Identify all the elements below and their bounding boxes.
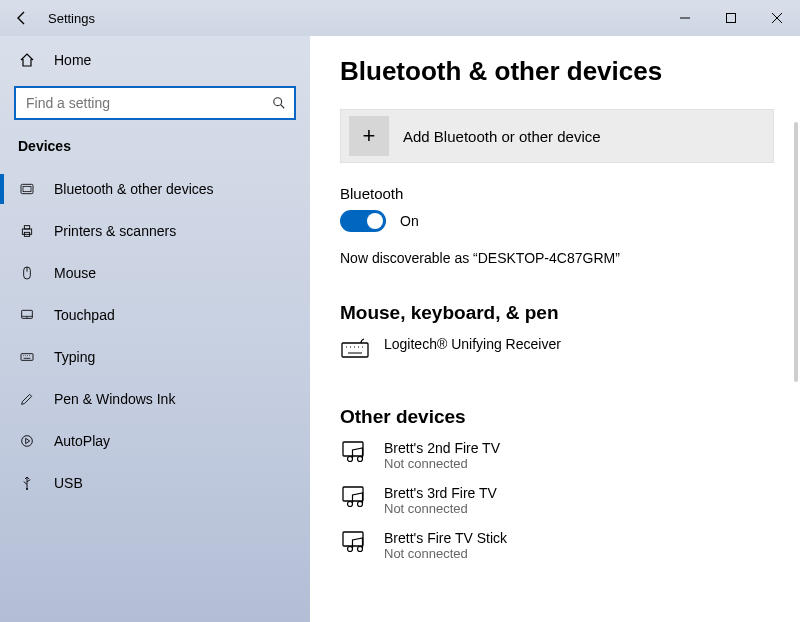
nav: Bluetooth & other devices Printers & sca… [0, 168, 310, 504]
usb-icon [18, 474, 36, 492]
svg-rect-9 [21, 354, 33, 361]
sidebar-item-label: Touchpad [54, 307, 115, 323]
search-icon [272, 96, 286, 110]
svg-point-1 [274, 98, 282, 106]
sidebar: Home Devices Bluetooth & other devices [0, 36, 310, 622]
keyboard-device-icon [340, 336, 370, 360]
add-device-label: Add Bluetooth or other device [403, 128, 601, 145]
bluetooth-toggle[interactable] [340, 210, 386, 232]
device-status: Not connected [384, 501, 497, 516]
section-other: Other devices [340, 406, 774, 428]
back-button[interactable] [0, 0, 44, 36]
svg-rect-12 [342, 343, 368, 357]
search-field[interactable] [26, 95, 272, 111]
svg-rect-3 [23, 186, 31, 191]
svg-point-20 [348, 547, 353, 552]
sidebar-item-label: AutoPlay [54, 433, 110, 449]
sidebar-item-usb[interactable]: USB [0, 462, 310, 504]
bluetooth-icon [18, 180, 36, 198]
keyboard-icon [18, 348, 36, 366]
media-device-icon [340, 440, 370, 464]
device-row[interactable]: Brett's 2nd Fire TV Not connected [340, 436, 774, 481]
maximize-button[interactable] [708, 0, 754, 36]
device-status: Not connected [384, 546, 507, 561]
bluetooth-state: On [400, 213, 419, 229]
main-panel: Bluetooth & other devices + Add Bluetoot… [310, 36, 800, 622]
sidebar-item-label: Typing [54, 349, 95, 365]
sidebar-item-label: Pen & Windows Ink [54, 391, 175, 407]
minimize-button[interactable] [662, 0, 708, 36]
device-row[interactable]: Brett's 3rd Fire TV Not connected [340, 481, 774, 526]
sidebar-item-mouse[interactable]: Mouse [0, 252, 310, 294]
sidebar-item-label: Printers & scanners [54, 223, 176, 239]
media-device-icon [340, 530, 370, 554]
svg-rect-0 [727, 14, 736, 23]
sidebar-item-label: Bluetooth & other devices [54, 181, 214, 197]
svg-point-17 [348, 502, 353, 507]
svg-point-21 [358, 547, 363, 552]
device-name: Brett's Fire TV Stick [384, 530, 507, 546]
plus-icon: + [349, 116, 389, 156]
device-name: Brett's 3rd Fire TV [384, 485, 497, 501]
window-title: Settings [44, 11, 95, 26]
sidebar-item-label: USB [54, 475, 83, 491]
search-input[interactable] [14, 86, 296, 120]
svg-point-11 [26, 488, 28, 490]
add-device-button[interactable]: + Add Bluetooth or other device [340, 109, 774, 163]
home-label: Home [54, 52, 91, 68]
svg-point-14 [348, 457, 353, 462]
touchpad-icon [18, 306, 36, 324]
svg-point-18 [358, 502, 363, 507]
section-mkp: Mouse, keyboard, & pen [340, 302, 774, 324]
mouse-icon [18, 264, 36, 282]
title-bar: Settings [0, 0, 800, 36]
svg-point-15 [358, 457, 363, 462]
device-name: Logitech® Unifying Receiver [384, 336, 561, 352]
sidebar-item-pen[interactable]: Pen & Windows Ink [0, 378, 310, 420]
device-row[interactable]: Logitech® Unifying Receiver [340, 332, 774, 370]
scrollbar[interactable] [794, 122, 798, 382]
svg-rect-5 [24, 226, 29, 229]
device-status: Not connected [384, 456, 500, 471]
sidebar-item-printers[interactable]: Printers & scanners [0, 210, 310, 252]
sidebar-item-autoplay[interactable]: AutoPlay [0, 420, 310, 462]
pen-icon [18, 390, 36, 408]
svg-point-10 [22, 436, 33, 447]
category-header: Devices [0, 134, 310, 168]
discoverable-text: Now discoverable as “DESKTOP-4C87GRM” [340, 250, 774, 266]
device-name: Brett's 2nd Fire TV [384, 440, 500, 456]
sidebar-item-touchpad[interactable]: Touchpad [0, 294, 310, 336]
page-title: Bluetooth & other devices [340, 56, 774, 87]
sidebar-item-home[interactable]: Home [0, 40, 310, 80]
bluetooth-label: Bluetooth [340, 185, 774, 202]
autoplay-icon [18, 432, 36, 450]
home-icon [18, 52, 36, 68]
sidebar-item-label: Mouse [54, 265, 96, 281]
sidebar-item-typing[interactable]: Typing [0, 336, 310, 378]
sidebar-item-bluetooth[interactable]: Bluetooth & other devices [0, 168, 310, 210]
media-device-icon [340, 485, 370, 509]
printer-icon [18, 222, 36, 240]
svg-rect-4 [22, 229, 31, 234]
close-button[interactable] [754, 0, 800, 36]
device-row[interactable]: Brett's Fire TV Stick Not connected [340, 526, 774, 571]
